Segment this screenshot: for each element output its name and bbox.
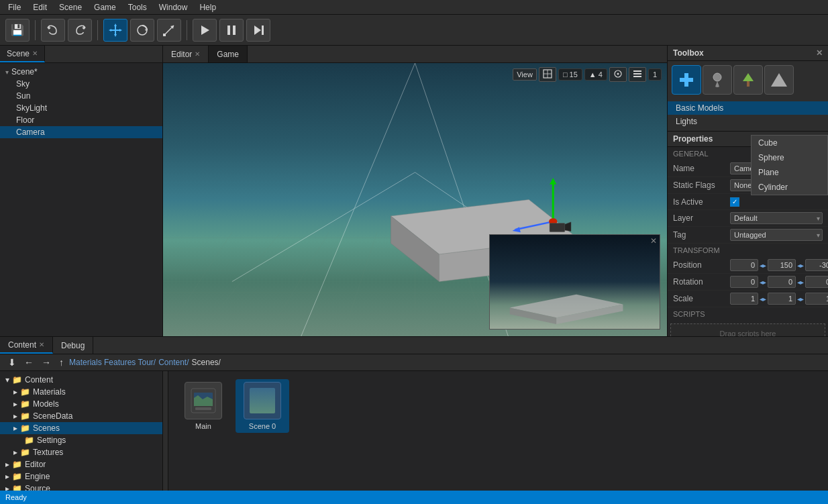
- rotation-x-arrow[interactable]: ◂▸: [760, 279, 766, 286]
- content-tab[interactable]: Content ✕: [0, 337, 53, 354]
- layer-select[interactable]: Default UI Ignore Raycast: [730, 212, 823, 224]
- svg-line-25: [163, 232, 232, 336]
- file-tree-source[interactable]: ▸ 📁 Source: [0, 483, 162, 491]
- toolbox-section-basic-models[interactable]: Basic Models: [668, 101, 828, 115]
- pause-button[interactable]: [219, 19, 244, 42]
- breadcrumb-item-2[interactable]: Content/: [158, 358, 189, 367]
- file-tree-scenes[interactable]: ▸ 📁 Scenes: [0, 422, 162, 434]
- rotation-y-arrow[interactable]: ◂▸: [797, 279, 804, 286]
- view-btn[interactable]: View: [513, 68, 537, 81]
- toolbox-add-btn[interactable]: [672, 65, 701, 95]
- forward-btn[interactable]: →: [39, 356, 54, 369]
- svg-marker-44: [513, 227, 521, 232]
- file-tree-scrollbar[interactable]: [163, 371, 168, 491]
- scale-y-arrow[interactable]: ◂▸: [797, 295, 804, 303]
- scale-x[interactable]: [730, 293, 758, 305]
- content-tab-close[interactable]: ✕: [39, 341, 44, 348]
- tree-item-scene-root[interactable]: ▾ Scene*: [0, 66, 162, 78]
- file-tree-textures[interactable]: ▸ 📁 Textures: [0, 446, 162, 458]
- tree-item-sun[interactable]: Sun: [0, 90, 162, 102]
- tree-item-floor[interactable]: Floor: [0, 114, 162, 126]
- toolbox-terrain-btn[interactable]: [764, 65, 794, 95]
- wireframe-btn[interactable]: [539, 67, 556, 82]
- up-btn[interactable]: ↑: [56, 356, 66, 369]
- position-x[interactable]: [730, 259, 758, 271]
- play-button[interactable]: [193, 19, 217, 42]
- menu-help[interactable]: Help: [194, 1, 221, 13]
- menu-tools[interactable]: Tools: [123, 1, 152, 13]
- layers-btn[interactable]: [629, 67, 646, 82]
- back-btn[interactable]: ←: [21, 356, 36, 369]
- menu-file[interactable]: File: [3, 1, 26, 13]
- file-tree-models[interactable]: ▸ 📁 Models: [0, 398, 162, 410]
- toolbox-icons: [668, 61, 828, 99]
- rotate-button[interactable]: [130, 19, 154, 42]
- toolbox-header: Toolbox ✕: [668, 46, 828, 61]
- save-button[interactable]: 💾: [5, 19, 30, 42]
- file-tree-scenedata[interactable]: ▸ 📁 SceneData: [0, 410, 162, 422]
- camera-preview-close[interactable]: ✕: [650, 236, 657, 246]
- position-y[interactable]: [768, 259, 796, 271]
- file-tree-engine[interactable]: ▸ 📁 Engine: [0, 470, 162, 483]
- svg-rect-46: [550, 223, 565, 232]
- debug-tab[interactable]: Debug: [53, 337, 93, 354]
- toolbox-section-lights[interactable]: Lights: [668, 115, 828, 128]
- file-tree-content[interactable]: ▾ 📁 Content: [0, 374, 162, 386]
- svg-rect-69: [195, 407, 211, 410]
- file-label-scene0: Scene 0: [249, 422, 276, 430]
- tree-item-skylight[interactable]: SkyLight: [0, 102, 162, 114]
- tag-select[interactable]: Untagged Player Enemy: [730, 229, 823, 241]
- dropdown-cylinder[interactable]: Cylinder: [752, 180, 827, 195]
- scene-tab[interactable]: Scene ✕: [0, 46, 45, 62]
- position-x-arrow[interactable]: ◂▸: [760, 262, 766, 269]
- tree-item-camera[interactable]: Camera: [0, 126, 162, 138]
- toolbox-close[interactable]: ✕: [816, 48, 823, 58]
- move-button[interactable]: [103, 19, 127, 42]
- rotation-x[interactable]: [730, 276, 758, 288]
- is-active-checkbox[interactable]: ✓: [730, 197, 739, 207]
- viewport-num-label[interactable]: 1: [648, 68, 662, 81]
- file-icon-scene0: [244, 382, 281, 419]
- breadcrumb-item-3[interactable]: Scenes/: [192, 358, 221, 367]
- rotation-z[interactable]: [805, 276, 828, 288]
- menu-window[interactable]: Window: [154, 1, 193, 13]
- file-tree-settings[interactable]: 📁 Settings: [0, 434, 162, 446]
- dropdown-sphere[interactable]: Sphere: [752, 150, 827, 165]
- editor-tab-close[interactable]: ✕: [195, 50, 200, 58]
- redo-button[interactable]: [68, 19, 92, 42]
- position-y-arrow[interactable]: ◂▸: [797, 262, 804, 269]
- editor-tab[interactable]: Editor ✕: [163, 46, 209, 62]
- detail-btn[interactable]: ▲ 4: [584, 68, 607, 81]
- scale-z[interactable]: [805, 293, 828, 305]
- toolbox-paint-btn[interactable]: [703, 65, 732, 95]
- viewport-canvas[interactable]: ✕: [163, 63, 667, 336]
- grid-num-btn[interactable]: □ 15: [558, 68, 582, 81]
- snap-btn[interactable]: [609, 67, 627, 82]
- file-item-scene0[interactable]: Scene 0: [236, 379, 289, 433]
- game-tab[interactable]: Game: [209, 46, 248, 62]
- file-item-main[interactable]: Main: [176, 379, 230, 433]
- prop-label-tag: Tag: [673, 230, 730, 240]
- tree-item-sky[interactable]: Sky: [0, 78, 162, 90]
- file-tree-materials[interactable]: ▸ 📁 Materials: [0, 386, 162, 398]
- rotation-y[interactable]: [768, 276, 796, 288]
- step-button[interactable]: [246, 19, 270, 42]
- download-btn[interactable]: ⬇: [5, 356, 19, 369]
- scene-tab-close[interactable]: ✕: [32, 50, 38, 57]
- scripts-drop-zone[interactable]: Drag scripts here: [670, 323, 825, 336]
- scale-x-arrow[interactable]: ◂▸: [760, 295, 766, 303]
- position-z[interactable]: [805, 259, 828, 271]
- toolbox-tree-btn[interactable]: [733, 65, 763, 95]
- menu-game[interactable]: Game: [89, 1, 121, 13]
- undo-button[interactable]: [41, 19, 65, 42]
- scale-button[interactable]: [157, 19, 181, 42]
- scale-y[interactable]: [768, 293, 796, 305]
- file-tree-label-editor: Editor: [25, 460, 46, 469]
- breadcrumb-item-1[interactable]: Materials Features Tour/: [69, 358, 156, 367]
- menu-edit[interactable]: Edit: [28, 1, 52, 13]
- menu-scene[interactable]: Scene: [54, 1, 87, 13]
- dropdown-cube[interactable]: Cube: [752, 136, 827, 150]
- dropdown-plane[interactable]: Plane: [752, 165, 827, 180]
- file-tree-editor[interactable]: ▸ 📁 Editor: [0, 458, 162, 470]
- folder-icon-materials: 📁: [20, 387, 30, 397]
